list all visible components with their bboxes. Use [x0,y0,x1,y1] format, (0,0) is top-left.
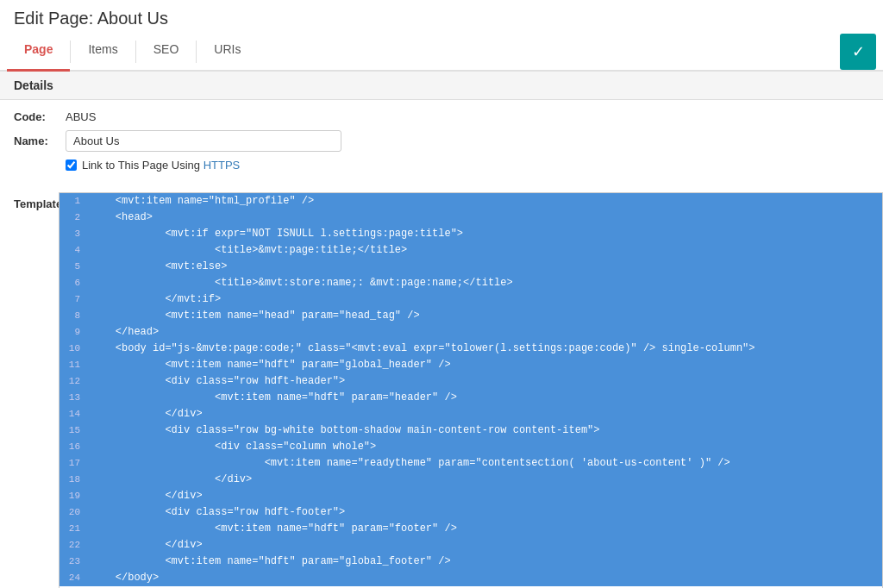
line-content: <mvt:item name="readytheme" param="conte… [87,455,730,472]
code-line[interactable]: 12 <div class="row hdft-header"> [59,373,882,390]
tab-uris[interactable]: URIs [197,34,258,72]
line-content: <body id="js-&mvte:page:code;" class="<m… [87,341,755,357]
line-number: 2 [59,210,87,226]
line-number: 7 [59,291,87,308]
code-row: Code: ABUS [14,110,869,123]
code-editor[interactable]: 1 <mvt:item name="html_profile" />2 <hea… [59,192,883,588]
line-content: </div> [87,488,203,504]
template-section: Template: 1 <mvt:item name="html_profile… [0,192,883,588]
code-line[interactable]: 7 </mvt:if> [59,291,882,308]
code-line[interactable]: 19 </div> [59,488,882,504]
line-content: <title>&mvt:page:title;</title> [87,242,407,259]
name-label: Name: [14,134,66,147]
code-line[interactable]: 3 <mvt:if expr="NOT ISNULL l.settings:pa… [59,226,882,242]
line-number: 24 [59,570,87,586]
line-content: </mvt:if> [87,291,221,308]
code-line[interactable]: 11 <mvt:item name="hdft" param="global_h… [59,357,882,373]
code-line[interactable]: 23 <mvt:item name="hdft" param="global_f… [59,554,882,570]
line-number: 8 [59,308,87,324]
form-area: Code: ABUS Name: Link to This Page Using… [0,100,883,189]
line-number: 4 [59,242,87,259]
details-section-header: Details [0,72,883,100]
line-number: 17 [59,455,87,472]
code-line[interactable]: 4 <title>&mvt:page:title;</title> [59,242,882,259]
code-line[interactable]: 8 <mvt:item name="head" param="head_tag"… [59,308,882,324]
code-line[interactable]: 10 <body id="js-&mvte:page:code;" class=… [59,341,882,357]
line-content: <mvt:item name="head" param="head_tag" /… [87,308,420,324]
line-content: <mvt:item name="hdft" param="global_head… [87,357,451,373]
https-checkbox-row: Link to This Page Using HTTPS [66,159,869,172]
name-input[interactable] [66,130,341,152]
line-number: 21 [59,521,87,537]
line-number: 18 [59,472,87,488]
line-number: 3 [59,226,87,242]
line-content: <div class="row hdft-footer"> [87,504,345,521]
line-content: </div> [87,472,252,488]
line-number: 9 [59,324,87,341]
tabs-bar: Page Items SEO URIs ✓ [0,34,883,72]
save-button[interactable]: ✓ [840,34,876,70]
code-line[interactable]: 13 <mvt:item name="hdft" param="header" … [59,390,882,406]
line-number: 12 [59,373,87,390]
code-line[interactable]: 9 </head> [59,324,882,341]
line-content: <title>&mvt:store:name;: &mvt:page:name;… [87,275,513,291]
tab-items[interactable]: Items [71,34,135,72]
line-number: 14 [59,406,87,422]
code-line[interactable]: 1 <mvt:item name="html_profile" /> [59,193,882,210]
line-content: <mvt:item name="html_profile" /> [87,193,314,210]
line-content: <mvt:if expr="NOT ISNULL l.settings:page… [87,226,463,242]
line-content: <div class="row bg-white bottom-shadow m… [87,422,600,439]
code-line[interactable]: 6 <title>&mvt:store:name;: &mvt:page:nam… [59,275,882,291]
https-link[interactable]: HTTPS [204,159,241,172]
line-number: 5 [59,259,87,275]
https-checkbox[interactable] [66,160,77,171]
code-line[interactable]: 16 <div class="column whole"> [59,439,882,455]
page-title: Edit Page: About Us [0,0,883,34]
line-content: <mvt:else> [87,259,227,275]
https-label: Link to This Page Using HTTPS [82,159,240,172]
line-content: <mvt:item name="hdft" param="footer" /> [87,521,457,537]
line-number: 20 [59,504,87,521]
code-label: Code: [14,110,66,123]
code-line[interactable]: 17 <mvt:item name="readytheme" param="co… [59,455,882,472]
tab-page[interactable]: Page [7,34,70,72]
code-line[interactable]: 21 <mvt:item name="hdft" param="footer" … [59,521,882,537]
template-label: Template: [0,192,59,588]
code-line[interactable]: 20 <div class="row hdft-footer"> [59,504,882,521]
line-content: </body> [87,570,159,586]
line-number: 15 [59,422,87,439]
code-line[interactable]: 22 </div> [59,537,882,554]
line-number: 1 [59,193,87,210]
line-number: 6 [59,275,87,291]
code-line[interactable]: 5 <mvt:else> [59,259,882,275]
line-content: <mvt:item name="hdft" param="global_foot… [87,554,451,570]
line-number: 16 [59,439,87,455]
line-content: <div class="column whole"> [87,439,376,455]
code-line[interactable]: 14 </div> [59,406,882,422]
name-row: Name: [14,130,869,152]
line-content: </div> [87,406,203,422]
code-line[interactable]: 15 <div class="row bg-white bottom-shado… [59,422,882,439]
line-content: <div class="row hdft-header"> [87,373,345,390]
line-content: </head> [87,324,159,341]
line-content: </div> [87,537,203,554]
line-number: 11 [59,357,87,373]
code-line[interactable]: 24 </body> [59,570,882,586]
code-line[interactable]: 18 </div> [59,472,882,488]
line-number: 13 [59,390,87,406]
line-number: 23 [59,554,87,570]
line-number: 10 [59,341,87,357]
line-number: 19 [59,488,87,504]
line-content: <mvt:item name="hdft" param="header" /> [87,390,457,406]
line-number: 22 [59,537,87,554]
tab-seo[interactable]: SEO [136,34,197,72]
line-content: <head> [87,210,153,226]
code-line[interactable]: 2 <head> [59,210,882,226]
code-value: ABUS [66,110,96,123]
